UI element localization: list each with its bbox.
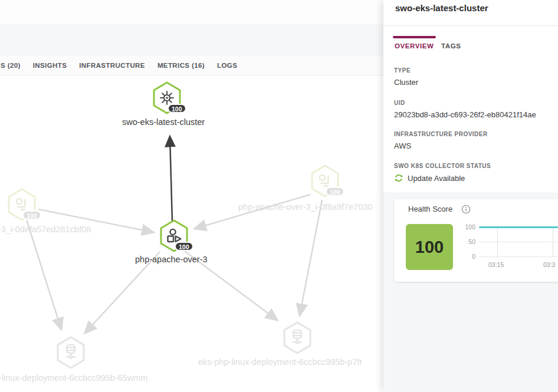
node-label-cluster[interactable]: swo-eks-latest-cluster: [122, 117, 205, 127]
health-score-value: 100: [406, 224, 453, 270]
health-score-chart: [479, 227, 558, 256]
top-toolbar: [0, 0, 383, 25]
edge-hostright-to-rsright: [300, 200, 322, 315]
tab-infrastructure[interactable]: INFRASTRUCTURE: [79, 62, 145, 69]
map-node-host-right[interactable]: 100: [310, 164, 340, 197]
node-label-host-right[interactable]: php-apache-over-3_i-0f8a9f7e7030: [238, 202, 372, 212]
ytick-0: 0: [460, 253, 475, 260]
edge-hostleft-to-rsleft: [27, 220, 61, 330]
xtick-0315: 03:15: [488, 261, 504, 268]
field-label-infrastructure-provider: INFRASTRUCTURE PROVIDER: [394, 131, 488, 137]
info-icon[interactable]: [461, 205, 471, 214]
node-label-replicaset-left[interactable]: p-linux-deployment-6ccbcc995b-65wmm: [0, 373, 147, 383]
field-label-type: TYPE: [394, 67, 411, 74]
field-value-uid: 29023bd8-a3dd-c693-26f2-eb80421f14ae: [394, 110, 536, 119]
map-node-replicaset-right[interactable]: [283, 321, 312, 354]
map-node-replicaset-left[interactable]: [56, 336, 86, 369]
field-value-type: Cluster: [394, 78, 418, 87]
map-node-host-left[interactable]: 100: [7, 188, 37, 221]
map-node-cluster[interactable]: 100: [152, 81, 182, 114]
replicaset-icon: [287, 328, 307, 348]
node-label-host-left[interactable]: r-3_i-0defa57ed281cbf08: [0, 225, 91, 234]
tab-truncated-s-20[interactable]: S (20): [1, 62, 21, 69]
field-label-collector-status: SWO K8S COLLECTOR STATUS: [394, 163, 491, 169]
collector-status-row: Update Available: [394, 173, 465, 183]
edge-hostright-to-workload: [195, 195, 310, 229]
tab-logs[interactable]: LOGS: [217, 62, 237, 69]
panel-title: swo-eks-latest-cluster: [395, 3, 488, 13]
entity-tabs-bar: S (20) INSIGHTS INFRASTRUCTURE METRICS (…: [0, 56, 383, 75]
ytick-50: 50: [460, 238, 475, 245]
health-score-line: [479, 226, 558, 228]
collector-status-value: Update Available: [408, 174, 465, 183]
panel-divider: [383, 25, 558, 26]
health-badge: 100: [22, 210, 41, 220]
field-label-uid: UID: [394, 100, 405, 106]
edge-workload-to-cluster: [170, 137, 172, 222]
map-node-workload[interactable]: 100: [159, 219, 189, 252]
health-badge: 100: [168, 104, 186, 113]
tab-metrics[interactable]: METRICS (16): [157, 62, 205, 69]
health-score-title: Health Score: [408, 205, 452, 213]
refresh-icon: [394, 173, 403, 183]
secondary-toolbar: [0, 26, 383, 56]
tab-overview[interactable]: OVERVIEW: [395, 42, 434, 50]
health-badge: 100: [175, 242, 193, 251]
xtick-033: 03:3: [543, 261, 555, 268]
health-badge: 100: [326, 187, 344, 196]
tab-tags[interactable]: TAGS: [441, 42, 461, 50]
node-label-workload[interactable]: php-apache-over-3: [135, 255, 208, 264]
tab-insights[interactable]: INSIGHTS: [33, 62, 67, 69]
replicaset-icon: [61, 342, 81, 363]
ytick-100: 100: [460, 223, 475, 230]
field-value-infrastructure-provider: AWS: [394, 141, 411, 150]
node-label-replicaset-right[interactable]: eks-php-linux-deployment-6ccbcc995b-p7fr: [198, 357, 362, 367]
